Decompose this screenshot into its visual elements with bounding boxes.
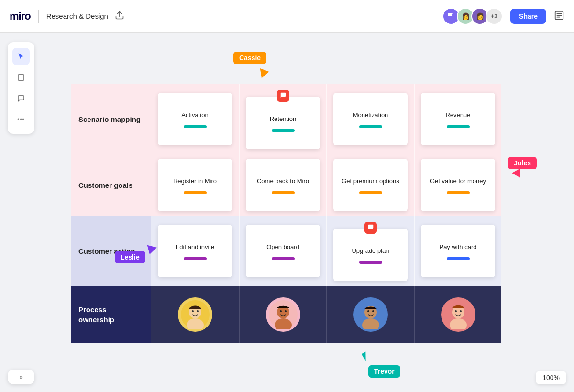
- cursor-tool[interactable]: [12, 48, 30, 65]
- sticky-bar: [359, 191, 382, 194]
- comment-tool[interactable]: [12, 90, 30, 107]
- jules-arrow: [512, 168, 520, 178]
- sticky-value[interactable]: Get value for money: [421, 159, 495, 211]
- sticky-comeback[interactable]: Come back to Miro: [246, 159, 320, 211]
- sticky-bar: [359, 261, 382, 264]
- row-action: Customer action Edit and invite Open boa…: [71, 216, 501, 286]
- svg-point-14: [280, 310, 282, 312]
- cell-action-1: Edit and invite: [151, 216, 239, 286]
- jules-cursor: Jules: [508, 157, 537, 169]
- avatar-count: +3: [486, 8, 503, 25]
- row-label-scenario: Scenario mapping: [71, 84, 151, 154]
- process-avatar-1: [178, 297, 212, 332]
- cell-action-2: Open board: [239, 216, 326, 286]
- sticky-edit[interactable]: Edit and invite: [158, 225, 232, 277]
- avatar-group: 👩 👩 +3: [442, 8, 503, 25]
- process-cell-2: [239, 286, 326, 343]
- sticky-bar: [447, 125, 470, 128]
- note-tool[interactable]: [12, 69, 30, 86]
- left-toolbar: •••: [8, 42, 34, 134]
- expand-icon: »: [19, 373, 22, 381]
- sticky-bar: [184, 257, 207, 260]
- svg-point-25: [460, 310, 462, 312]
- svg-point-20: [372, 310, 374, 312]
- upload-icon[interactable]: [115, 11, 124, 22]
- row-label-process: Process ownership: [71, 286, 151, 343]
- header: miro Research & Design 👩 👩 +3 Share: [0, 0, 574, 33]
- sticky-bar: [272, 129, 295, 132]
- cell-goals-3: Get premium options: [326, 154, 414, 216]
- svg-point-15: [285, 310, 287, 312]
- sticky-bar: [447, 257, 470, 260]
- row-label-action: Customer action: [71, 216, 151, 286]
- goals-cells: Register in Miro Come back to Miro Get p…: [151, 154, 501, 216]
- cell-goals-1: Register in Miro: [151, 154, 239, 216]
- chat-icon-retention: [277, 90, 289, 102]
- row-label-goals: Customer goals: [71, 154, 151, 216]
- cell-scenario-3: Monetization: [326, 84, 414, 154]
- svg-point-19: [367, 310, 369, 312]
- sticky-bar: [359, 125, 382, 128]
- notes-icon[interactable]: [554, 10, 564, 22]
- process-avatar-2: [266, 297, 300, 332]
- process-avatar-3: [353, 297, 388, 332]
- process-cell-1: [151, 286, 239, 343]
- sticky-bar: [447, 191, 470, 194]
- process-cells: [151, 286, 501, 343]
- sticky-register[interactable]: Register in Miro: [158, 159, 232, 211]
- process-cell-3: [326, 286, 414, 343]
- header-divider: [38, 10, 39, 23]
- cell-scenario-4: Revenue: [414, 84, 501, 154]
- scenario-cells: Activation Retention Monetiza: [151, 84, 501, 154]
- action-cells: Edit and invite Open board Up: [151, 216, 501, 286]
- row-goals: Customer goals Register in Miro Come bac…: [71, 154, 501, 216]
- cell-goals-4: Get value for money: [414, 154, 501, 216]
- svg-point-24: [455, 310, 457, 312]
- row-scenario: Scenario mapping Activation Retention: [71, 84, 501, 154]
- svg-rect-5: [18, 75, 24, 80]
- cassie-cursor: Cassie: [233, 52, 266, 64]
- main-grid: Scenario mapping Activation Retention: [71, 84, 501, 343]
- more-tool[interactable]: •••: [12, 111, 30, 128]
- sticky-activation[interactable]: Activation: [158, 93, 232, 145]
- svg-point-9: [192, 310, 194, 312]
- sticky-monetization[interactable]: Monetization: [333, 93, 408, 145]
- logo: miro: [10, 10, 31, 22]
- share-button[interactable]: Share: [510, 9, 546, 24]
- trevor-cursor: Trevor: [368, 365, 400, 378]
- sticky-pay[interactable]: Pay with card: [421, 225, 495, 277]
- cell-action-4: Pay with card: [414, 216, 501, 286]
- sticky-upgrade[interactable]: Upgrade plan: [333, 229, 408, 281]
- trevor-arrow: [362, 351, 373, 365]
- zoom-indicator: 100%: [536, 371, 566, 384]
- cassie-arrow: [257, 68, 269, 80]
- process-cell-4: [414, 286, 501, 343]
- sticky-bar: [184, 191, 207, 194]
- expand-toolbar[interactable]: »: [8, 370, 34, 384]
- sticky-retention[interactable]: Retention: [246, 97, 320, 149]
- canvas: Cassie Jules Leslie Trevor Scenario mapp…: [0, 33, 574, 392]
- sticky-bar: [272, 191, 295, 194]
- sticky-bar: [272, 257, 295, 260]
- process-avatar-4: [441, 297, 475, 332]
- svg-point-10: [197, 310, 199, 312]
- chat-icon-upgrade: [364, 222, 377, 234]
- sticky-revenue[interactable]: Revenue: [421, 93, 495, 145]
- sticky-openboard[interactable]: Open board: [246, 225, 320, 277]
- cell-action-3: Upgrade plan: [326, 216, 414, 286]
- cell-scenario-1: Activation: [151, 84, 239, 154]
- row-process: Process ownership: [71, 286, 501, 343]
- header-right: 👩 👩 +3 Share: [442, 8, 564, 25]
- cell-goals-2: Come back to Miro: [239, 154, 326, 216]
- cell-scenario-2: Retention: [239, 84, 326, 154]
- board-title: Research & Design: [46, 12, 108, 20]
- sticky-premium[interactable]: Get premium options: [333, 159, 408, 211]
- sticky-bar: [184, 125, 207, 128]
